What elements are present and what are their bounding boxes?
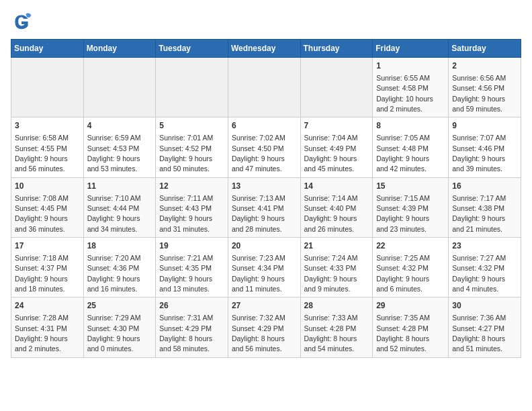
calendar-cell: 3Sunrise: 6:58 AM Sunset: 4:55 PM Daylig… bbox=[11, 118, 84, 177]
day-info: Sunrise: 7:13 AM Sunset: 4:41 PM Dayligh… bbox=[232, 194, 285, 233]
day-number: 1 bbox=[376, 60, 445, 72]
calendar-cell: 16Sunrise: 7:17 AM Sunset: 4:38 PM Dayli… bbox=[449, 177, 521, 237]
calendar-week-row: 24Sunrise: 7:28 AM Sunset: 4:31 PM Dayli… bbox=[11, 298, 521, 357]
day-number: 7 bbox=[304, 120, 369, 132]
calendar-cell: 13Sunrise: 7:13 AM Sunset: 4:41 PM Dayli… bbox=[228, 177, 300, 237]
calendar-cell: 19Sunrise: 7:21 AM Sunset: 4:35 PM Dayli… bbox=[156, 238, 228, 298]
day-info: Sunrise: 6:56 AM Sunset: 4:56 PM Dayligh… bbox=[452, 74, 506, 113]
day-number: 20 bbox=[232, 240, 297, 252]
calendar-cell bbox=[11, 58, 84, 118]
day-number: 26 bbox=[159, 300, 224, 312]
calendar-cell: 23Sunrise: 7:27 AM Sunset: 4:32 PM Dayli… bbox=[449, 238, 521, 298]
calendar-cell: 7Sunrise: 7:04 AM Sunset: 4:49 PM Daylig… bbox=[300, 118, 373, 177]
logo bbox=[11, 11, 35, 32]
day-info: Sunrise: 7:15 AM Sunset: 4:39 PM Dayligh… bbox=[376, 194, 430, 233]
calendar-cell: 29Sunrise: 7:35 AM Sunset: 4:28 PM Dayli… bbox=[373, 298, 449, 357]
calendar-cell bbox=[300, 58, 373, 118]
calendar-week-row: 17Sunrise: 7:18 AM Sunset: 4:37 PM Dayli… bbox=[11, 238, 521, 298]
calendar-cell: 8Sunrise: 7:05 AM Sunset: 4:48 PM Daylig… bbox=[373, 118, 449, 177]
calendar-cell: 2Sunrise: 6:56 AM Sunset: 4:56 PM Daylig… bbox=[449, 58, 521, 118]
calendar-cell: 5Sunrise: 7:01 AM Sunset: 4:52 PM Daylig… bbox=[156, 118, 228, 177]
day-number: 19 bbox=[159, 240, 224, 252]
day-number: 11 bbox=[87, 181, 152, 192]
calendar-cell: 24Sunrise: 7:28 AM Sunset: 4:31 PM Dayli… bbox=[11, 298, 84, 357]
day-info: Sunrise: 7:31 AM Sunset: 4:29 PM Dayligh… bbox=[159, 314, 213, 353]
day-info: Sunrise: 7:32 AM Sunset: 4:29 PM Dayligh… bbox=[232, 314, 285, 353]
calendar-cell: 20Sunrise: 7:23 AM Sunset: 4:34 PM Dayli… bbox=[228, 238, 300, 298]
calendar-header-row: SundayMondayTuesdayWednesdayThursdayFrid… bbox=[11, 40, 521, 58]
day-number: 3 bbox=[15, 120, 80, 132]
day-header-wednesday: Wednesday bbox=[228, 40, 300, 58]
day-number: 4 bbox=[87, 120, 152, 132]
day-info: Sunrise: 7:24 AM Sunset: 4:33 PM Dayligh… bbox=[304, 254, 358, 293]
day-info: Sunrise: 7:14 AM Sunset: 4:40 PM Dayligh… bbox=[304, 194, 358, 233]
day-header-tuesday: Tuesday bbox=[156, 40, 228, 58]
calendar-cell: 1Sunrise: 6:55 AM Sunset: 4:58 PM Daylig… bbox=[373, 58, 449, 118]
day-number: 29 bbox=[376, 300, 445, 312]
day-number: 12 bbox=[159, 181, 224, 192]
day-info: Sunrise: 7:27 AM Sunset: 4:32 PM Dayligh… bbox=[452, 254, 506, 293]
day-info: Sunrise: 7:21 AM Sunset: 4:35 PM Dayligh… bbox=[159, 254, 213, 293]
calendar-cell: 26Sunrise: 7:31 AM Sunset: 4:29 PM Dayli… bbox=[156, 298, 228, 357]
day-number: 2 bbox=[452, 60, 517, 72]
day-info: Sunrise: 7:18 AM Sunset: 4:37 PM Dayligh… bbox=[15, 254, 69, 293]
day-number: 13 bbox=[232, 181, 297, 192]
day-number: 25 bbox=[87, 300, 152, 312]
calendar-cell: 27Sunrise: 7:32 AM Sunset: 4:29 PM Dayli… bbox=[228, 298, 300, 357]
calendar-cell bbox=[83, 58, 156, 118]
day-number: 27 bbox=[232, 300, 297, 312]
day-info: Sunrise: 7:28 AM Sunset: 4:31 PM Dayligh… bbox=[15, 314, 69, 353]
day-info: Sunrise: 7:17 AM Sunset: 4:38 PM Dayligh… bbox=[452, 194, 506, 233]
calendar-cell: 10Sunrise: 7:08 AM Sunset: 4:45 PM Dayli… bbox=[11, 177, 84, 237]
day-info: Sunrise: 6:55 AM Sunset: 4:58 PM Dayligh… bbox=[376, 74, 433, 113]
day-number: 18 bbox=[87, 240, 152, 252]
day-header-saturday: Saturday bbox=[449, 40, 521, 58]
day-info: Sunrise: 7:20 AM Sunset: 4:36 PM Dayligh… bbox=[87, 254, 141, 293]
day-header-thursday: Thursday bbox=[300, 40, 373, 58]
calendar-cell: 15Sunrise: 7:15 AM Sunset: 4:39 PM Dayli… bbox=[373, 177, 449, 237]
day-info: Sunrise: 7:02 AM Sunset: 4:50 PM Dayligh… bbox=[232, 134, 285, 173]
calendar-cell: 14Sunrise: 7:14 AM Sunset: 4:40 PM Dayli… bbox=[300, 177, 373, 237]
calendar-cell: 12Sunrise: 7:11 AM Sunset: 4:43 PM Dayli… bbox=[156, 177, 228, 237]
day-info: Sunrise: 7:35 AM Sunset: 4:28 PM Dayligh… bbox=[376, 314, 430, 353]
day-number: 28 bbox=[304, 300, 369, 312]
day-info: Sunrise: 7:33 AM Sunset: 4:28 PM Dayligh… bbox=[304, 314, 358, 353]
calendar-week-row: 3Sunrise: 6:58 AM Sunset: 4:55 PM Daylig… bbox=[11, 118, 521, 177]
day-number: 24 bbox=[15, 300, 80, 312]
calendar-cell: 28Sunrise: 7:33 AM Sunset: 4:28 PM Dayli… bbox=[300, 298, 373, 357]
day-info: Sunrise: 7:23 AM Sunset: 4:34 PM Dayligh… bbox=[232, 254, 285, 293]
header bbox=[11, 11, 521, 32]
day-info: Sunrise: 7:29 AM Sunset: 4:30 PM Dayligh… bbox=[87, 314, 141, 353]
day-info: Sunrise: 7:10 AM Sunset: 4:44 PM Dayligh… bbox=[87, 194, 141, 233]
day-number: 30 bbox=[452, 300, 517, 312]
day-number: 21 bbox=[304, 240, 369, 252]
day-number: 16 bbox=[452, 181, 517, 192]
day-number: 8 bbox=[376, 120, 445, 132]
calendar-cell: 18Sunrise: 7:20 AM Sunset: 4:36 PM Dayli… bbox=[83, 238, 156, 298]
day-number: 10 bbox=[15, 181, 80, 192]
day-number: 23 bbox=[452, 240, 517, 252]
day-header-friday: Friday bbox=[373, 40, 449, 58]
day-number: 22 bbox=[376, 240, 445, 252]
calendar-cell: 4Sunrise: 6:59 AM Sunset: 4:53 PM Daylig… bbox=[83, 118, 156, 177]
calendar-cell bbox=[156, 58, 228, 118]
calendar-cell: 6Sunrise: 7:02 AM Sunset: 4:50 PM Daylig… bbox=[228, 118, 300, 177]
day-info: Sunrise: 7:07 AM Sunset: 4:46 PM Dayligh… bbox=[452, 134, 506, 173]
day-number: 17 bbox=[15, 240, 80, 252]
day-number: 5 bbox=[159, 120, 224, 132]
calendar-table: SundayMondayTuesdayWednesdayThursdayFrid… bbox=[11, 39, 521, 358]
day-info: Sunrise: 7:11 AM Sunset: 4:43 PM Dayligh… bbox=[159, 194, 213, 233]
calendar-week-row: 10Sunrise: 7:08 AM Sunset: 4:45 PM Dayli… bbox=[11, 177, 521, 237]
day-header-monday: Monday bbox=[83, 40, 156, 58]
calendar-cell: 17Sunrise: 7:18 AM Sunset: 4:37 PM Dayli… bbox=[11, 238, 84, 298]
day-info: Sunrise: 6:58 AM Sunset: 4:55 PM Dayligh… bbox=[15, 134, 69, 173]
day-number: 15 bbox=[376, 181, 445, 192]
day-number: 9 bbox=[452, 120, 517, 132]
day-header-sunday: Sunday bbox=[11, 40, 84, 58]
calendar-cell bbox=[228, 58, 300, 118]
calendar-cell: 11Sunrise: 7:10 AM Sunset: 4:44 PM Dayli… bbox=[83, 177, 156, 237]
day-info: Sunrise: 7:08 AM Sunset: 4:45 PM Dayligh… bbox=[15, 194, 69, 233]
day-info: Sunrise: 7:01 AM Sunset: 4:52 PM Dayligh… bbox=[159, 134, 213, 173]
day-info: Sunrise: 7:25 AM Sunset: 4:32 PM Dayligh… bbox=[376, 254, 430, 293]
day-number: 14 bbox=[304, 181, 369, 192]
